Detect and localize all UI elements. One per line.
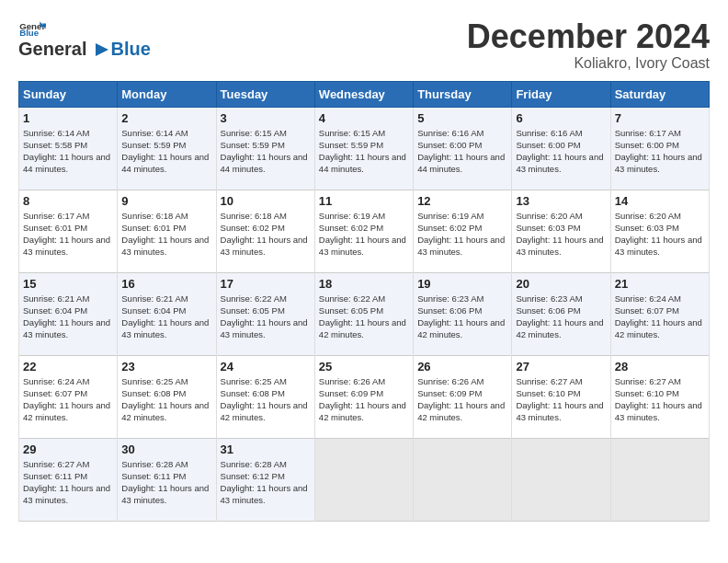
- day-info: Sunrise: 6:24 AMSunset: 6:07 PMDaylight:…: [615, 293, 705, 341]
- day-number: 16: [121, 277, 211, 291]
- calendar-day-cell: 19 Sunrise: 6:23 AMSunset: 6:06 PMDaylig…: [414, 272, 512, 355]
- day-number: 19: [417, 277, 507, 291]
- day-info: Sunrise: 6:26 AMSunset: 6:09 PMDaylight:…: [417, 375, 507, 424]
- day-info: Sunrise: 6:24 AMSunset: 6:07 PMDaylight:…: [23, 375, 113, 424]
- day-number: 11: [319, 194, 409, 208]
- calendar-week-row: 8 Sunrise: 6:17 AMSunset: 6:01 PMDayligh…: [19, 190, 710, 272]
- day-info: Sunrise: 6:22 AMSunset: 6:05 PMDaylight:…: [221, 293, 311, 341]
- day-of-week-header: Tuesday: [216, 81, 314, 107]
- svg-marker-4: [96, 43, 108, 56]
- calendar-day-cell: [610, 438, 709, 521]
- calendar-day-cell: 11 Sunrise: 6:19 AMSunset: 6:02 PMDaylig…: [314, 190, 413, 272]
- calendar-day-cell: 1 Sunrise: 6:14 AMSunset: 5:58 PMDayligh…: [19, 107, 118, 190]
- calendar-day-cell: 21 Sunrise: 6:24 AMSunset: 6:07 PMDaylig…: [610, 272, 709, 355]
- day-number: 23: [121, 360, 211, 373]
- logo-arrow-icon: [88, 41, 108, 58]
- calendar-day-cell: 31 Sunrise: 6:28 AMSunset: 6:12 PMDaylig…: [216, 438, 314, 521]
- calendar-day-cell: 27 Sunrise: 6:27 AMSunset: 6:10 PMDaylig…: [512, 355, 610, 438]
- calendar-day-cell: 26 Sunrise: 6:26 AMSunset: 6:09 PMDaylig…: [414, 355, 512, 438]
- day-info: Sunrise: 6:21 AMSunset: 6:04 PMDaylight:…: [23, 293, 113, 341]
- day-info: Sunrise: 6:27 AMSunset: 6:10 PMDaylight:…: [615, 375, 705, 424]
- day-number: 9: [121, 194, 211, 208]
- day-number: 7: [615, 111, 705, 125]
- day-number: 28: [615, 360, 705, 373]
- day-info: Sunrise: 6:15 AMSunset: 5:59 PMDaylight:…: [319, 127, 409, 176]
- day-number: 15: [23, 277, 113, 291]
- logo-general: General: [18, 39, 86, 60]
- calendar-day-cell: 6 Sunrise: 6:16 AMSunset: 6:00 PMDayligh…: [512, 107, 610, 190]
- day-info: Sunrise: 6:27 AMSunset: 6:10 PMDaylight:…: [516, 375, 606, 424]
- day-of-week-header: Thursday: [414, 81, 512, 107]
- logo-icon: General Blue: [18, 20, 46, 37]
- calendar-day-cell: 25 Sunrise: 6:26 AMSunset: 6:09 PMDaylig…: [314, 355, 413, 438]
- day-info: Sunrise: 6:16 AMSunset: 6:00 PMDaylight:…: [516, 127, 606, 176]
- day-of-week-header: Monday: [118, 81, 216, 107]
- calendar-week-row: 22 Sunrise: 6:24 AMSunset: 6:07 PMDaylig…: [19, 355, 710, 438]
- calendar-day-cell: 15 Sunrise: 6:21 AMSunset: 6:04 PMDaylig…: [19, 272, 118, 355]
- day-of-week-header: Saturday: [610, 81, 709, 107]
- day-number: 13: [516, 194, 606, 208]
- day-info: Sunrise: 6:17 AMSunset: 6:01 PMDaylight:…: [23, 210, 113, 259]
- svg-text:Blue: Blue: [19, 28, 40, 37]
- day-info: Sunrise: 6:20 AMSunset: 6:03 PMDaylight:…: [615, 210, 705, 259]
- calendar-day-cell: 17 Sunrise: 6:22 AMSunset: 6:05 PMDaylig…: [216, 272, 314, 355]
- day-info: Sunrise: 6:23 AMSunset: 6:06 PMDaylight:…: [516, 293, 606, 341]
- day-number: 4: [319, 111, 409, 125]
- day-info: Sunrise: 6:28 AMSunset: 6:12 PMDaylight:…: [221, 458, 311, 507]
- day-number: 14: [615, 194, 705, 208]
- calendar-day-cell: 24 Sunrise: 6:25 AMSunset: 6:08 PMDaylig…: [216, 355, 314, 438]
- calendar-day-cell: 22 Sunrise: 6:24 AMSunset: 6:07 PMDaylig…: [19, 355, 118, 438]
- calendar-day-cell: 23 Sunrise: 6:25 AMSunset: 6:08 PMDaylig…: [118, 355, 216, 438]
- page-header: General Blue General Blue December 2024 …: [18, 18, 710, 72]
- calendar-day-cell: 18 Sunrise: 6:22 AMSunset: 6:05 PMDaylig…: [314, 272, 413, 355]
- calendar-day-cell: 7 Sunrise: 6:17 AMSunset: 6:00 PMDayligh…: [610, 107, 709, 190]
- calendar-table: SundayMondayTuesdayWednesdayThursdayFrid…: [18, 81, 710, 522]
- day-of-week-header: Friday: [512, 81, 610, 107]
- title-block: December 2024 Koliakro, Ivory Coast: [467, 18, 710, 72]
- day-info: Sunrise: 6:17 AMSunset: 6:00 PMDaylight:…: [615, 127, 705, 176]
- calendar-week-row: 15 Sunrise: 6:21 AMSunset: 6:04 PMDaylig…: [19, 272, 710, 355]
- day-info: Sunrise: 6:25 AMSunset: 6:08 PMDaylight:…: [121, 375, 211, 424]
- day-number: 10: [221, 194, 311, 208]
- calendar-day-cell: [314, 438, 413, 521]
- day-number: 25: [319, 360, 409, 373]
- calendar-week-row: 29 Sunrise: 6:27 AMSunset: 6:11 PMDaylig…: [19, 438, 710, 521]
- calendar-day-cell: 28 Sunrise: 6:27 AMSunset: 6:10 PMDaylig…: [610, 355, 709, 438]
- calendar-header-row: SundayMondayTuesdayWednesdayThursdayFrid…: [19, 81, 710, 107]
- day-number: 22: [23, 360, 113, 373]
- day-info: Sunrise: 6:25 AMSunset: 6:08 PMDaylight:…: [221, 375, 311, 424]
- day-number: 17: [221, 277, 311, 291]
- day-info: Sunrise: 6:26 AMSunset: 6:09 PMDaylight:…: [319, 375, 409, 424]
- calendar-day-cell: 20 Sunrise: 6:23 AMSunset: 6:06 PMDaylig…: [512, 272, 610, 355]
- day-info: Sunrise: 6:16 AMSunset: 6:00 PMDaylight:…: [417, 127, 507, 176]
- calendar-day-cell: 9 Sunrise: 6:18 AMSunset: 6:01 PMDayligh…: [118, 190, 216, 272]
- calendar-day-cell: 8 Sunrise: 6:17 AMSunset: 6:01 PMDayligh…: [19, 190, 118, 272]
- day-info: Sunrise: 6:23 AMSunset: 6:06 PMDaylight:…: [417, 293, 507, 341]
- day-number: 21: [615, 277, 705, 291]
- day-info: Sunrise: 6:14 AMSunset: 5:59 PMDaylight:…: [121, 127, 211, 176]
- day-number: 12: [417, 194, 507, 208]
- day-number: 26: [417, 360, 507, 373]
- day-info: Sunrise: 6:19 AMSunset: 6:02 PMDaylight:…: [417, 210, 507, 259]
- day-info: Sunrise: 6:19 AMSunset: 6:02 PMDaylight:…: [319, 210, 409, 259]
- day-info: Sunrise: 6:14 AMSunset: 5:58 PMDaylight:…: [23, 127, 113, 176]
- month-title: December 2024: [467, 18, 710, 55]
- day-of-week-header: Sunday: [19, 81, 118, 107]
- day-number: 1: [23, 111, 113, 125]
- day-number: 29: [23, 442, 113, 456]
- calendar-day-cell: 4 Sunrise: 6:15 AMSunset: 5:59 PMDayligh…: [314, 107, 413, 190]
- day-info: Sunrise: 6:22 AMSunset: 6:05 PMDaylight:…: [319, 293, 409, 341]
- calendar-day-cell: [414, 438, 512, 521]
- day-info: Sunrise: 6:21 AMSunset: 6:04 PMDaylight:…: [121, 293, 211, 341]
- calendar-day-cell: 2 Sunrise: 6:14 AMSunset: 5:59 PMDayligh…: [118, 107, 216, 190]
- location: Koliakro, Ivory Coast: [467, 55, 710, 72]
- day-info: Sunrise: 6:18 AMSunset: 6:01 PMDaylight:…: [121, 210, 211, 259]
- day-number: 31: [221, 442, 311, 456]
- day-number: 30: [121, 442, 211, 456]
- day-info: Sunrise: 6:28 AMSunset: 6:11 PMDaylight:…: [121, 458, 211, 507]
- day-info: Sunrise: 6:15 AMSunset: 5:59 PMDaylight:…: [221, 127, 311, 176]
- day-number: 2: [121, 111, 211, 125]
- calendar-day-cell: 3 Sunrise: 6:15 AMSunset: 5:59 PMDayligh…: [216, 107, 314, 190]
- day-number: 18: [319, 277, 409, 291]
- day-number: 24: [221, 360, 311, 373]
